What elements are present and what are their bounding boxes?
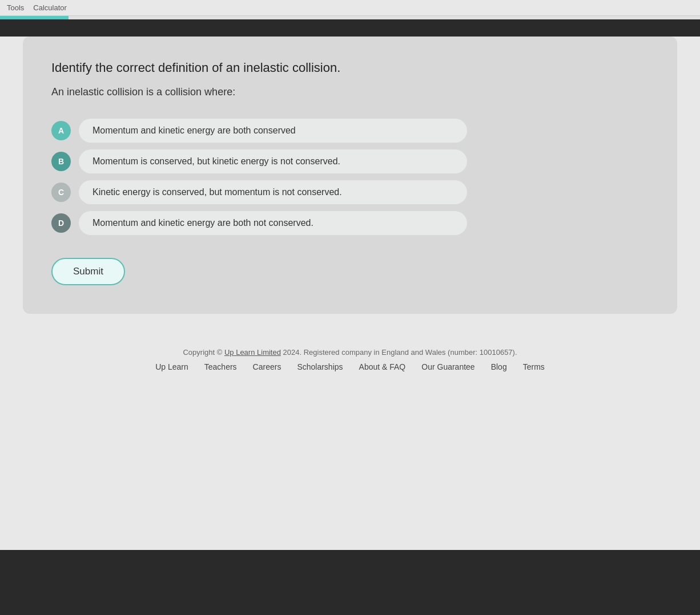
question-title: Identify the correct definition of an in… [51,59,649,77]
submit-button[interactable]: Submit [51,258,125,285]
calculator-nav[interactable]: Calculator [33,3,67,12]
footer-copyright: Copyright © Up Learn Limited 2024. Regis… [0,348,700,357]
footer-link-blog[interactable]: Blog [491,362,507,371]
option-badge-b: B [51,152,71,171]
uplearn-link[interactable]: Up Learn Limited [224,348,281,357]
footer-links: Up Learn Teachers Careers Scholarships A… [0,362,700,371]
option-item-a[interactable]: A Momentum and kinetic energy are both c… [51,119,649,143]
footer-link-guarantee[interactable]: Our Guarantee [421,362,474,371]
option-item-d[interactable]: D Momentum and kinetic energy are both n… [51,211,649,235]
footer-section: Copyright © Up Learn Limited 2024. Regis… [0,331,700,383]
tools-nav[interactable]: Tools [7,3,24,12]
footer-link-careers[interactable]: Careers [253,362,281,371]
progress-bar-fill [0,16,69,19]
browser-chrome: Tools Calculator [0,0,700,16]
options-list: A Momentum and kinetic energy are both c… [51,119,649,235]
question-subtitle: An inelastic collision is a collision wh… [51,86,649,98]
option-badge-d: D [51,213,71,233]
footer-link-scholarships[interactable]: Scholarships [297,362,343,371]
progress-bar-container [0,16,700,19]
dark-bottom [0,550,700,615]
option-text-d: Momentum and kinetic energy are both not… [79,211,467,235]
option-badge-a: A [51,121,71,140]
option-text-a: Momentum and kinetic energy are both con… [79,119,467,143]
footer-link-faq[interactable]: About & FAQ [359,362,406,371]
option-item-c[interactable]: C Kinetic energy is conserved, but momen… [51,180,649,204]
footer-link-terms[interactable]: Terms [523,362,545,371]
footer-link-teachers[interactable]: Teachers [204,362,237,371]
page-wrapper: Identify the correct definition of an in… [0,37,700,550]
option-item-b[interactable]: B Momentum is conserved, but kinetic ene… [51,149,649,173]
option-text-b: Momentum is conserved, but kinetic energ… [79,149,467,173]
option-text-c: Kinetic energy is conserved, but momentu… [79,180,467,204]
footer-link-uplearn[interactable]: Up Learn [155,362,188,371]
question-card: Identify the correct definition of an in… [23,37,677,314]
option-badge-c: C [51,183,71,202]
